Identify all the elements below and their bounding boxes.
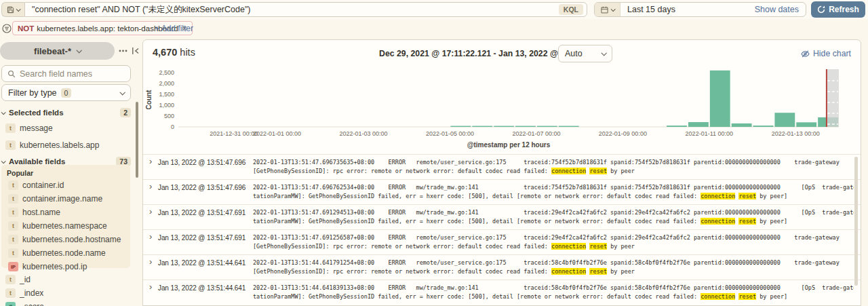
x-axis-label: @timestamp per 12 hours	[467, 141, 551, 149]
field-search-placeholder: Search field names	[20, 69, 92, 79]
field-type-badge: t	[8, 221, 18, 231]
highlight-match: reset	[589, 243, 607, 250]
histogram-bar[interactable]	[494, 126, 514, 127]
field-item[interactable]: t_id	[1, 273, 131, 286]
field-item[interactable]: t_index	[1, 286, 131, 300]
highlight-match: reset	[589, 268, 607, 275]
field-item[interactable]: tmessage	[1, 119, 131, 136]
field-item[interactable]: #_score	[1, 300, 131, 306]
options-dots-icon[interactable]	[119, 50, 127, 52]
table-row: ›Jan 13, 2022 @ 13:51:47.6962022-01-13T1…	[143, 179, 861, 204]
histogram-bar[interactable]	[774, 113, 795, 127]
popular-fields-panel: Popular tcontainer.idtcontainer.image.na…	[1, 165, 130, 268]
expand-row-icon[interactable]: ›	[149, 232, 152, 241]
highlight-match: reset	[738, 218, 756, 225]
filter-menu-icon[interactable]	[2, 24, 12, 33]
field-search-input[interactable]: Search field names	[1, 65, 131, 82]
histogram-bar[interactable]	[515, 126, 536, 127]
kql-badge[interactable]: KQL	[559, 4, 583, 16]
saved-query-menu-button[interactable]	[1, 2, 24, 17]
field-name: container.id	[22, 180, 64, 190]
field-type-badge: IP	[8, 262, 18, 271]
field-name: kubernetes.node.hostname	[22, 235, 121, 244]
filter-negate-label: NOT	[18, 24, 34, 33]
field-item[interactable]: thost.name	[4, 206, 130, 219]
eye-slash-icon	[801, 50, 810, 58]
fields-sidebar: filebeat-* Search field names Filter by …	[0, 39, 142, 306]
row-timestamp: Jan 13, 2022 @ 13:51:47.691	[158, 234, 245, 242]
search-query-input[interactable]: "connection reset" AND NOT ("未定义的kitexSe…	[24, 2, 587, 17]
selected-fields-count: 2	[120, 108, 131, 117]
y-axis-label: Count	[145, 90, 153, 110]
field-name: message	[20, 123, 53, 133]
expand-row-icon[interactable]: ›	[149, 282, 152, 291]
collapse-sidebar-icon[interactable]	[132, 47, 140, 55]
add-filter-link[interactable]: + Add filter	[155, 24, 193, 33]
field-type-badge: t	[8, 235, 18, 244]
expand-row-icon[interactable]: ›	[149, 182, 152, 191]
histogram-bar[interactable]	[732, 123, 752, 127]
histogram-bar[interactable]	[537, 126, 557, 127]
table-scrollbar[interactable]	[854, 157, 858, 286]
histogram-bar[interactable]	[472, 126, 492, 127]
refresh-icon	[817, 5, 825, 14]
histogram-bar[interactable]	[688, 122, 709, 127]
time-range-label[interactable]: Last 15 days	[620, 5, 675, 14]
field-type-badge: t	[8, 194, 18, 204]
field-name: kubernetes.pod.ip	[22, 262, 87, 271]
date-picker-calendar-button[interactable]	[595, 3, 620, 16]
histogram-bar[interactable]	[796, 122, 816, 127]
row-source: 2022-01-13T13:51:47.696735635+08:00 ERRO…	[253, 158, 854, 176]
histogram-svg: 05001,0001,5002,0002,500Count2021-12-31 …	[144, 66, 858, 151]
index-pattern-selector[interactable]: filebeat-*	[0, 42, 115, 60]
histogram-bar[interactable]	[753, 126, 774, 127]
filter-by-type-dropdown[interactable]: Filter by type 0	[1, 84, 131, 101]
results-header: 4,670 hits Dec 29, 2021 @ 17:11:22.121 -…	[143, 40, 861, 66]
svg-text:2022-01-05 00:00: 2022-01-05 00:00	[426, 130, 474, 137]
histogram-interval-select[interactable]: Auto	[558, 45, 612, 62]
index-pattern-name: filebeat-*	[34, 46, 71, 56]
histogram-bar[interactable]	[559, 126, 579, 127]
calendar-icon	[601, 6, 608, 14]
field-type-badge: t	[8, 248, 18, 258]
hide-chart-link[interactable]: Hide chart	[801, 49, 851, 58]
highlight-match: connection	[551, 168, 586, 174]
svg-text:1,000: 1,000	[159, 102, 174, 109]
refresh-button[interactable]: Refresh	[811, 1, 865, 18]
field-item[interactable]: tcontainer.image.name	[4, 192, 130, 206]
highlight-match: connection	[551, 243, 586, 250]
svg-text:2,000: 2,000	[159, 80, 174, 87]
histogram-bar[interactable]	[667, 126, 687, 127]
expand-row-icon[interactable]: ›	[149, 257, 152, 266]
chevron-down-icon	[601, 50, 606, 56]
expand-row-icon[interactable]: ›	[149, 157, 152, 166]
field-item[interactable]: tkubernetes.namespace	[4, 219, 130, 233]
selected-fields-header[interactable]: Selected fields 2	[1, 107, 131, 118]
show-dates-link[interactable]: Show dates	[755, 5, 806, 14]
sidebar-scrollbar[interactable]	[136, 102, 138, 178]
popular-label: Popular	[4, 169, 130, 177]
field-item[interactable]: tcontainer.id	[4, 178, 130, 192]
field-name: kubernetes.namespace	[22, 221, 107, 231]
chevron-down-icon	[119, 90, 125, 95]
row-timestamp: Jan 13, 2022 @ 13:51:47.696	[158, 184, 245, 191]
svg-text:0: 0	[171, 123, 174, 130]
field-item[interactable]: tkubernetes.node.hostname	[4, 233, 130, 246]
expand-row-icon[interactable]: ›	[149, 207, 152, 216]
date-picker[interactable]: Last 15 days Show dates	[594, 2, 806, 17]
chevron-down-icon	[16, 7, 21, 12]
highlight-match: connection	[551, 268, 586, 275]
row-timestamp: Jan 13, 2022 @ 13:51:47.691	[158, 209, 245, 216]
field-type-badge: #	[5, 302, 16, 306]
other-fields-list: t_idt_index#_score	[1, 273, 131, 306]
field-item[interactable]: tkubernetes.labels.app	[1, 136, 131, 153]
discover-results-panel: 4,670 hits Dec 29, 2021 @ 17:11:22.121 -…	[142, 39, 861, 306]
field-item[interactable]: IPkubernetes.pod.ip	[4, 260, 130, 273]
row-timestamp: Jan 13, 2022 @ 13:51:44.641	[158, 284, 245, 292]
histogram-bar[interactable]	[710, 71, 730, 127]
table-row: ›Jan 13, 2022 @ 13:51:47.6912022-01-13T1…	[143, 229, 861, 254]
field-item[interactable]: tkubernetes.node.name	[4, 246, 130, 260]
histogram-bar[interactable]	[450, 126, 471, 127]
field-type-badge: t	[8, 208, 18, 217]
highlight-match: reset	[738, 293, 756, 300]
